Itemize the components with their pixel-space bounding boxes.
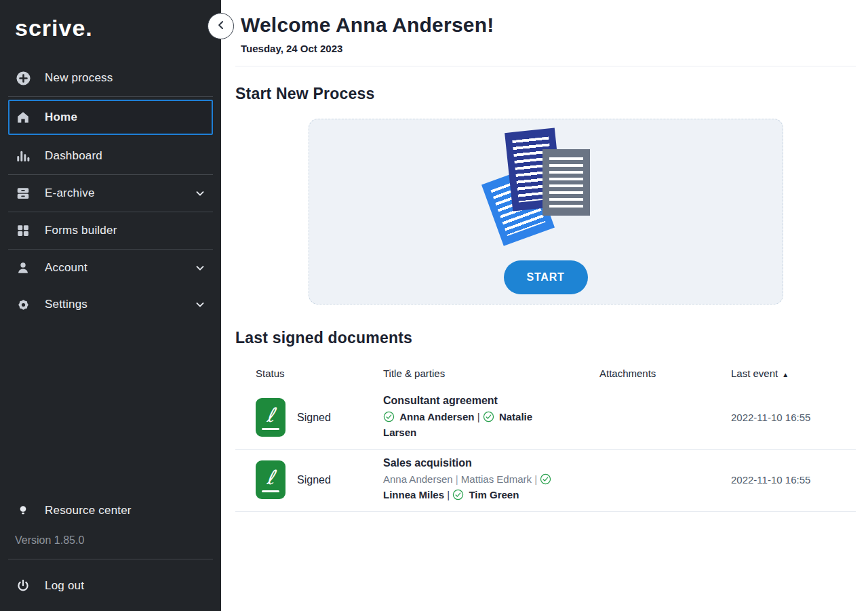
paper-grey <box>542 149 590 216</box>
sidebar-item-settings[interactable]: Settings <box>0 286 221 323</box>
signed-status-icon: ℓ <box>256 398 285 437</box>
sidebar-item-home[interactable]: Home <box>8 100 213 135</box>
lightbulb-icon <box>15 502 31 519</box>
section-title-start: Start New Process <box>235 85 856 103</box>
party-name: Anna Andersen <box>399 411 474 422</box>
documents-table-body: ℓSignedConsultant agreement Anna Anderse… <box>235 387 856 512</box>
sidebar-item-forms-builder[interactable]: Forms builder <box>0 212 221 249</box>
sidebar-nav: New process Home Dashboard E <box>0 60 221 323</box>
chevron-down-icon <box>194 298 206 311</box>
column-header-title-parties[interactable]: Title & parties <box>383 368 599 379</box>
table-row[interactable]: ℓSignedSales acquisitionAnna Andersen | … <box>235 450 856 512</box>
power-icon <box>15 578 31 594</box>
start-new-process-section: Start New Process START <box>235 85 856 304</box>
title-parties-cell: Consultant agreement Anna Andersen | Nat… <box>383 395 599 440</box>
app-root: scrive. New process Home Dashboard <box>0 0 868 611</box>
document-parties: Anna Andersen | Mattias Edmark | Linnea … <box>383 472 561 502</box>
grid-icon <box>15 222 31 239</box>
document-parties: Anna Andersen | Natalie Larsen <box>383 410 561 440</box>
document-title[interactable]: Consultant agreement <box>383 395 599 407</box>
signed-status-icon: ℓ <box>256 460 285 499</box>
sidebar-item-account[interactable]: Account <box>0 250 221 286</box>
plus-circle-icon <box>15 70 31 86</box>
party-name: Tim Green <box>469 489 519 500</box>
status-cell: ℓSigned <box>235 398 383 437</box>
version-label: Version 1.85.0 <box>0 529 221 559</box>
sidebar-item-new-process[interactable]: New process <box>0 60 221 96</box>
party-separator: | <box>456 473 461 485</box>
sidebar-item-logout[interactable]: Log out <box>0 568 221 604</box>
scrive-logo: scrive. <box>0 0 221 60</box>
status-label: Signed <box>297 412 331 424</box>
sidebar-item-resource-center[interactable]: Resource center <box>0 492 221 529</box>
column-header-status[interactable]: Status <box>235 368 383 379</box>
check-circle-icon <box>383 411 397 422</box>
sidebar: scrive. New process Home Dashboard <box>0 0 221 611</box>
column-header-attachments[interactable]: Attachments <box>599 368 731 379</box>
section-title-documents: Last signed documents <box>235 329 856 347</box>
last-event-cell: 2022-11-10 16:55 <box>731 412 856 423</box>
sidebar-divider <box>8 559 213 559</box>
sidebar-item-label: Resource center <box>45 504 132 517</box>
party-separator: | <box>477 411 483 422</box>
bar-chart-icon <box>15 148 31 164</box>
check-circle-icon <box>540 473 553 485</box>
party-name: Linnea Miles <box>383 489 444 500</box>
sort-ascending-icon: ▲ <box>782 371 789 378</box>
documents-table: Status Title & parties Attachments Last … <box>235 353 856 512</box>
archive-icon <box>15 185 31 201</box>
sidebar-divider <box>8 96 213 97</box>
chevron-left-icon <box>214 18 228 34</box>
sidebar-item-label: Settings <box>45 298 87 311</box>
page-title: Welcome Anna Andersen! <box>241 14 856 37</box>
sidebar-item-label: Account <box>45 261 87 275</box>
sidebar-item-label: E-archive <box>45 186 95 200</box>
title-parties-cell: Sales acquisitionAnna Andersen | Mattias… <box>383 457 599 502</box>
table-header-row: Status Title & parties Attachments Last … <box>235 353 856 387</box>
start-process-card: START <box>309 119 783 304</box>
sidebar-item-label: Home <box>45 111 77 124</box>
sidebar-item-label: New process <box>45 71 113 85</box>
gear-icon <box>15 296 31 313</box>
page-header: Welcome Anna Andersen! Tuesday, 24 Oct 2… <box>241 0 856 54</box>
main-content: Welcome Anna Andersen! Tuesday, 24 Oct 2… <box>221 0 868 611</box>
table-row[interactable]: ℓSignedConsultant agreement Anna Anderse… <box>235 387 856 450</box>
start-button[interactable]: START <box>504 260 588 294</box>
person-icon <box>15 260 31 276</box>
chevron-down-icon <box>194 262 206 274</box>
sidebar-collapse-button[interactable] <box>208 13 234 39</box>
home-icon <box>15 109 31 125</box>
chevron-down-icon <box>194 187 206 199</box>
party-name: Mattias Edmark <box>461 473 532 485</box>
sidebar-item-dashboard[interactable]: Dashboard <box>0 138 221 174</box>
document-title[interactable]: Sales acquisition <box>383 457 599 469</box>
sidebar-item-label: Forms builder <box>45 224 117 237</box>
sidebar-item-label: Log out <box>45 579 84 593</box>
status-label: Signed <box>297 474 331 486</box>
check-circle-icon <box>483 411 496 422</box>
sidebar-item-e-archive[interactable]: E-archive <box>0 175 221 212</box>
header-divider <box>235 66 856 66</box>
sidebar-item-label: Dashboard <box>45 149 102 163</box>
status-cell: ℓSigned <box>235 460 383 499</box>
last-event-cell: 2022-11-10 16:55 <box>731 474 856 486</box>
party-name: Anna Andersen <box>383 473 453 485</box>
column-header-last-event[interactable]: Last event▲ <box>731 368 856 379</box>
check-circle-icon <box>452 489 466 500</box>
documents-illustration-icon <box>488 130 604 243</box>
current-date: Tuesday, 24 Oct 2023 <box>241 43 856 54</box>
sidebar-footer: Resource center Version 1.85.0 Log out <box>0 492 221 611</box>
last-signed-documents-section: Last signed documents Status Title & par… <box>235 329 856 512</box>
